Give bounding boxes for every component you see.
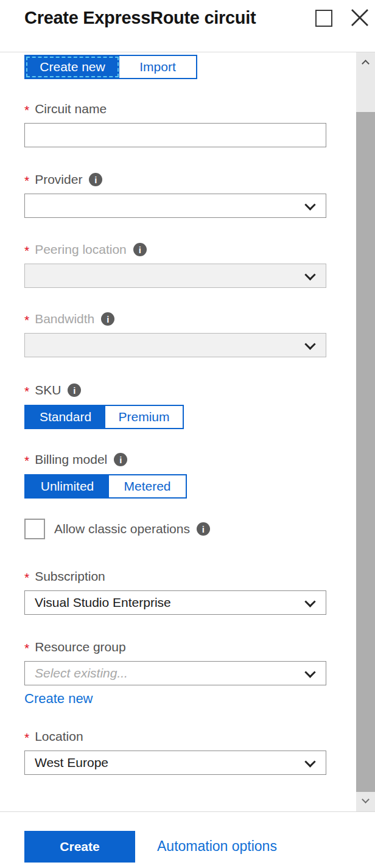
billing-model-label-text: Billing model: [35, 452, 107, 467]
create-expressroute-circuit-blade: Create ExpressRoute circuit Create new I…: [0, 0, 375, 868]
chevron-down-icon: [362, 796, 370, 803]
chevron-up-icon: [362, 60, 370, 68]
info-glyph: i: [202, 525, 205, 534]
scrollbar-thumb[interactable]: [356, 112, 375, 792]
resource-group-dropdown[interactable]: Select existing...: [24, 661, 326, 685]
location-value: West Europe: [35, 755, 108, 770]
chevron-down-icon: [304, 667, 315, 677]
required-marker: *: [24, 640, 29, 656]
required-marker: *: [24, 383, 29, 399]
required-marker: *: [24, 570, 29, 586]
required-marker: *: [24, 453, 29, 469]
scroll-up-button[interactable]: [356, 52, 375, 71]
sku-label-text: SKU: [35, 382, 61, 398]
mode-toggle: Create new Import: [24, 55, 197, 79]
chevron-down-icon: [304, 338, 315, 349]
tab-import[interactable]: Import: [119, 56, 196, 78]
info-glyph: i: [139, 245, 141, 254]
info-icon[interactable]: i: [89, 173, 102, 186]
allow-classic-operations-row: Allow classic operations i: [24, 519, 327, 539]
resource-group-label: * Resource group: [24, 639, 327, 655]
info-icon[interactable]: i: [68, 383, 81, 397]
circuit-name-label-text: Circuit name: [35, 101, 107, 117]
sku-option-standard[interactable]: Standard: [26, 406, 105, 428]
automation-options-link[interactable]: Automation options: [157, 838, 277, 855]
subscription-value: Visual Studio Enterprise: [35, 595, 171, 610]
allow-classic-operations-label: Allow classic operations: [54, 522, 190, 536]
info-icon[interactable]: i: [197, 522, 210, 536]
circuit-name-input[interactable]: [24, 123, 326, 147]
billing-model-toggle: Unlimited Metered: [24, 474, 187, 499]
info-icon[interactable]: i: [114, 453, 127, 466]
close-button[interactable]: [349, 7, 370, 28]
scroll-down-button[interactable]: [356, 791, 375, 810]
billing-option-metered[interactable]: Metered: [109, 475, 186, 497]
titlebar: Create ExpressRoute circuit: [0, 0, 375, 52]
footer-action-bar: Create Automation options: [0, 812, 375, 868]
provider-dropdown[interactable]: [24, 194, 326, 218]
window-controls: [315, 7, 370, 28]
provider-label-text: Provider: [35, 172, 82, 187]
provider-label: * Provider i: [24, 172, 327, 187]
chevron-down-icon: [304, 269, 315, 280]
peering-location-label-text: Peering location: [35, 242, 127, 257]
sku-option-premium[interactable]: Premium: [105, 406, 183, 428]
required-marker: *: [24, 730, 29, 746]
location-label-text: Location: [35, 729, 83, 744]
info-glyph: i: [94, 175, 97, 184]
create-new-resource-group-link[interactable]: Create new: [24, 691, 93, 707]
subscription-dropdown[interactable]: Visual Studio Enterprise: [24, 590, 326, 615]
sku-toggle: Standard Premium: [24, 405, 184, 429]
chevron-down-icon: [304, 596, 315, 607]
sku-label: * SKU i: [24, 382, 327, 398]
maximize-button[interactable]: [315, 9, 332, 27]
bandwidth-label: * Bandwidth i: [24, 311, 327, 327]
maximize-icon: [315, 10, 332, 27]
resource-group-label-text: Resource group: [35, 639, 125, 655]
form-scroll-area: Create new Import * Circuit name * Provi…: [0, 52, 375, 812]
chevron-down-icon: [304, 756, 315, 767]
chevron-down-icon: [304, 199, 315, 210]
required-marker: *: [24, 102, 29, 118]
close-icon: [349, 7, 370, 28]
required-marker: *: [24, 312, 29, 328]
subscription-label: * Subscription: [24, 569, 327, 584]
billing-model-label: * Billing model i: [24, 452, 327, 467]
location-dropdown[interactable]: West Europe: [24, 751, 326, 775]
info-glyph: i: [119, 455, 122, 464]
form-content: Create new Import * Circuit name * Provi…: [0, 52, 327, 775]
billing-option-unlimited[interactable]: Unlimited: [26, 475, 109, 497]
info-glyph: i: [107, 315, 109, 324]
create-button[interactable]: Create: [24, 831, 135, 863]
peering-location-label: * Peering location i: [24, 242, 327, 257]
resource-group-placeholder: Select existing...: [35, 666, 128, 681]
scrollbar[interactable]: [356, 52, 375, 811]
bandwidth-dropdown: [24, 333, 326, 357]
info-glyph: i: [73, 386, 75, 395]
bandwidth-label-text: Bandwidth: [35, 311, 94, 327]
required-marker: *: [24, 173, 29, 189]
required-marker: *: [24, 243, 29, 259]
page-title: Create ExpressRoute circuit: [24, 8, 256, 28]
location-label: * Location: [24, 729, 327, 744]
info-icon[interactable]: i: [133, 243, 147, 256]
info-icon[interactable]: i: [101, 312, 114, 326]
allow-classic-operations-checkbox[interactable]: [24, 519, 45, 539]
tab-create-new[interactable]: Create new: [26, 56, 119, 78]
subscription-label-text: Subscription: [35, 569, 105, 584]
circuit-name-label: * Circuit name: [24, 101, 327, 117]
peering-location-dropdown: [24, 264, 326, 288]
